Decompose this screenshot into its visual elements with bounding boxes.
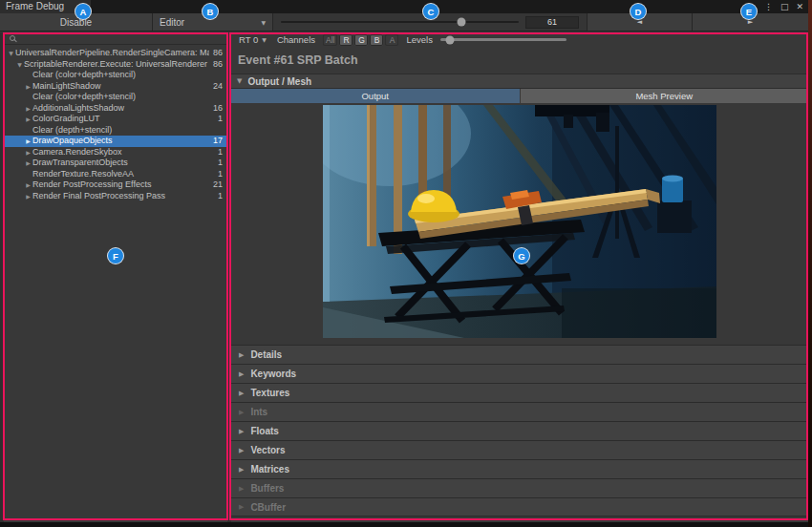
disable-button[interactable]: Disable [0, 13, 153, 31]
event-slider[interactable] [281, 21, 519, 23]
foldout-closed-icon[interactable]: ▶ [24, 81, 32, 93]
tree-item-label: Clear (color+depth+stencil) [32, 70, 219, 81]
tree-item-label: Camera.RenderSkybox [32, 147, 214, 158]
foldout-closed-icon: ▶ [239, 409, 244, 416]
tree-item-label: MainLightShadow [32, 81, 209, 93]
foldout-closed-icon: ▶ [239, 351, 244, 359]
foldout-closed-icon[interactable]: ▶ [24, 103, 32, 115]
event-number-field[interactable]: 61 [525, 16, 579, 29]
tree-item-count: 24 [209, 81, 227, 93]
foldout-closed-icon: ▶ [239, 503, 244, 511]
tree-item[interactable]: Clear (depth+stencil) [4, 125, 227, 137]
foldout-open-icon[interactable]: ▼ [7, 48, 15, 59]
foldout-closed-icon[interactable]: ▶ [24, 114, 32, 125]
right-arrow-icon: ► [748, 18, 753, 26]
left-arrow-icon: ◄ [637, 18, 642, 26]
desktop-edge-strip-right [808, 0, 812, 527]
tree-item-label: Render PostProcessing Effects [32, 179, 209, 191]
tree-item-count: 17 [209, 136, 227, 147]
foldout-closed-icon[interactable]: ▶ [24, 136, 32, 147]
foldout-closed-icon: ▶ [239, 485, 244, 493]
tree-item[interactable]: ▶Render Final PostProcessing Pass1 [4, 191, 227, 202]
section-floats[interactable]: ▶Floats [231, 421, 808, 440]
levels-slider-thumb[interactable] [446, 35, 455, 44]
event-slider-thumb[interactable] [458, 18, 466, 27]
section-ints: ▶Ints [231, 402, 808, 421]
section-label: Floats [250, 426, 278, 436]
tree-item[interactable]: RenderTexture.ResolveAA1 [4, 169, 227, 180]
section-keywords[interactable]: ▶Keywords [231, 364, 808, 383]
section-label: Keywords [250, 369, 296, 379]
tree-item-label: UniversalRenderPipeline.RenderSingleCame… [15, 48, 209, 59]
levels-slider[interactable] [440, 38, 566, 41]
channel-r-button[interactable]: R [339, 34, 353, 46]
section-label: Textures [250, 388, 289, 398]
tree-item-label: ScriptableRenderer.Execute: UniversalRen… [24, 59, 209, 71]
preview-tabs: Output Mesh Preview [231, 89, 808, 103]
section-details[interactable]: ▶Details [231, 345, 808, 364]
tree-item-label: ColorGradingLUT [32, 114, 214, 125]
tab-mesh-preview[interactable]: Mesh Preview [521, 89, 809, 103]
tree-item[interactable]: ▶DrawTransparentObjects1 [4, 158, 227, 169]
output-mesh-label: Output / Mesh [247, 76, 311, 87]
render-target-toolbar: RT 0 ▼ Channels AllRGBA Levels [231, 32, 808, 47]
search-icon [10, 35, 15, 41]
foldout-closed-icon[interactable]: ▶ [24, 158, 32, 169]
kebab-menu-icon[interactable]: ⋮ [764, 2, 773, 11]
levels-label: Levels [406, 34, 432, 45]
next-event-button[interactable]: ► [693, 13, 808, 31]
editor-dropdown[interactable]: Editor ▼ [153, 13, 273, 31]
foldout-closed-icon: ▶ [239, 466, 244, 474]
tree-item-label: DrawOpaqueObjects [32, 136, 209, 147]
tree-item-count: 16 [209, 103, 227, 115]
channel-g-button[interactable]: G [354, 34, 368, 46]
channel-b-button[interactable]: B [370, 34, 383, 46]
output-mesh-foldout[interactable]: ▼ Output / Mesh [231, 74, 808, 89]
tree-item-count: 86 [209, 48, 227, 59]
editor-dropdown-label: Editor [160, 17, 184, 28]
foldout-closed-icon[interactable]: ▶ [24, 191, 32, 202]
render-target-label: RT 0 [239, 34, 258, 45]
section-textures[interactable]: ▶Textures [231, 383, 808, 402]
section-label: Details [250, 349, 282, 360]
foldout-closed-icon[interactable]: ▶ [24, 179, 32, 191]
tree-item-count: 1 [214, 114, 227, 125]
tree-item[interactable]: ▶Render PostProcessing Effects21 [4, 179, 227, 191]
render-target-dropdown[interactable]: RT 0 ▼ [236, 33, 269, 46]
tree-item-count: 21 [209, 179, 227, 191]
channel-a-button[interactable]: A [385, 34, 398, 46]
search-input[interactable] [4, 32, 227, 45]
tree-item[interactable]: ▶MainLightShadow24 [4, 81, 227, 93]
tree-item[interactable]: ▶ColorGradingLUT1 [4, 114, 227, 125]
frame-debug-toolbar: Disable Editor ▼ 61 ◄ ► [0, 13, 808, 32]
tree-item-label: DrawTransparentObjects [32, 158, 214, 169]
foldout-closed-icon[interactable]: ▶ [24, 147, 32, 158]
tree-item[interactable]: ▶DrawOpaqueObjects17 [4, 136, 227, 147]
window-tab[interactable]: Frame Debug [0, 0, 91, 13]
frame-debug-window: Frame Debug ⋮ □ ✕ Disable Editor ▼ 61 ◄ … [0, 0, 808, 522]
foldout-open-icon: ▼ [237, 77, 242, 85]
previous-event-button[interactable]: ◄ [588, 13, 693, 31]
tree-item-count: 1 [214, 169, 227, 180]
foldout-open-icon[interactable]: ▼ [15, 59, 24, 71]
tree-item[interactable]: ▶AdditionalLightsShadow16 [4, 103, 227, 115]
tree-item[interactable]: ▼ScriptableRenderer.Execute: UniversalRe… [4, 59, 227, 71]
tree-item[interactable]: ▼UniversalRenderPipeline.RenderSingleCam… [4, 48, 227, 59]
foldout-closed-icon: ▶ [239, 390, 244, 397]
section-vectors[interactable]: ▶Vectors [231, 440, 808, 459]
section-buffers: ▶Buffers [231, 478, 808, 497]
tree-item[interactable]: Clear (color+depth+stencil) [4, 70, 227, 81]
tab-output[interactable]: Output [231, 89, 520, 103]
close-icon[interactable]: ✕ [796, 2, 803, 11]
event-slider-area: 61 [273, 13, 588, 31]
channel-all-button[interactable]: All [323, 34, 337, 46]
event-details-panel: RT 0 ▼ Channels AllRGBA Levels Event #61… [231, 32, 808, 522]
tree-item[interactable]: ▶Camera.RenderSkybox1 [4, 147, 227, 158]
tree-item[interactable]: Clear (color+depth+stencil) [4, 92, 227, 103]
section-label: Matrices [250, 464, 289, 474]
maximize-icon[interactable]: □ [780, 2, 789, 11]
section-label: Buffers [250, 483, 284, 494]
section-matrices[interactable]: ▶Matrices [231, 459, 808, 478]
foldout-closed-icon: ▶ [239, 447, 244, 454]
tree-item-count: 1 [214, 147, 227, 158]
